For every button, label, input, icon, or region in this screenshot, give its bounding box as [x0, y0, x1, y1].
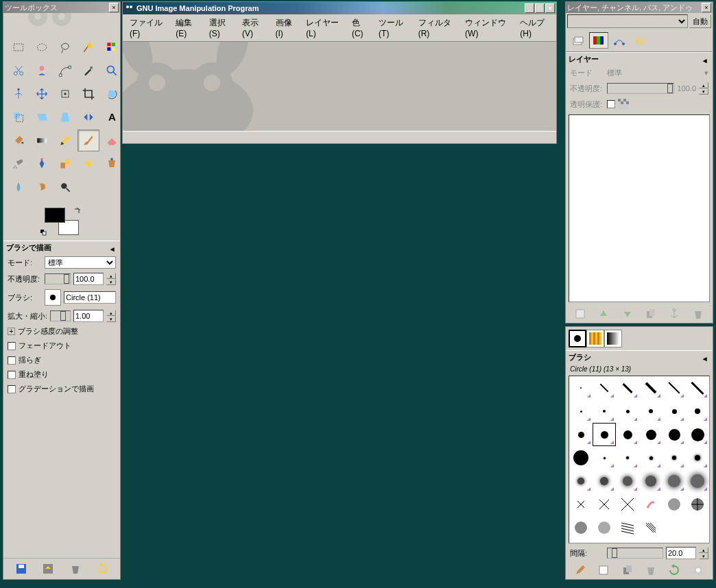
- open-brush-folder-icon[interactable]: [692, 564, 704, 576]
- brush-item[interactable]: [616, 469, 639, 493]
- lock-alpha-checkbox[interactable]: [607, 100, 615, 108]
- paths-tool[interactable]: [54, 60, 76, 82]
- brush-item[interactable]: [639, 493, 663, 516]
- delete-layer-icon[interactable]: [692, 308, 704, 320]
- brush-item[interactable]: [663, 446, 686, 469]
- brushes-menu-icon[interactable]: ◂: [703, 354, 710, 361]
- brush-item[interactable]: [639, 423, 663, 446]
- new-layer-icon[interactable]: [574, 308, 586, 320]
- layer-opacity-spinner[interactable]: ▴▾: [699, 82, 708, 95]
- fuzzy-select-tool[interactable]: [77, 36, 99, 58]
- brush-item[interactable]: [639, 376, 663, 400]
- delete-brush-icon[interactable]: [645, 564, 657, 576]
- lasso-tool[interactable]: [54, 36, 76, 58]
- undo-tab[interactable]: [630, 32, 649, 49]
- bucket-fill-tool[interactable]: [8, 130, 29, 151]
- flip-tool[interactable]: [77, 106, 99, 128]
- patterns-tab[interactable]: [586, 330, 604, 347]
- zoom-tool[interactable]: [101, 60, 123, 82]
- color-picker-tool[interactable]: [77, 60, 99, 82]
- brush-item[interactable]: [663, 400, 686, 423]
- crop-tool[interactable]: [77, 83, 99, 105]
- jitter-checkbox[interactable]: [8, 356, 16, 365]
- menu-tools[interactable]: ツール(T): [374, 16, 411, 40]
- layer-opacity-slider[interactable]: [607, 83, 674, 94]
- close-icon[interactable]: ×: [545, 3, 555, 13]
- dropdown-icon[interactable]: ▾: [704, 69, 708, 77]
- rotate-tool[interactable]: [101, 83, 123, 105]
- layer-list[interactable]: [569, 114, 710, 302]
- paths-tab[interactable]: [610, 32, 629, 49]
- brush-item[interactable]: [686, 376, 709, 400]
- brush-item[interactable]: [569, 493, 593, 516]
- brush-item[interactable]: [686, 493, 709, 516]
- rect-select-tool[interactable]: [8, 36, 29, 58]
- brush-item[interactable]: [593, 493, 616, 516]
- brush-item[interactable]: [686, 400, 709, 423]
- eraser-tool[interactable]: [101, 130, 123, 151]
- menu-layer[interactable]: レイヤー(L): [302, 16, 345, 40]
- scissors-tool[interactable]: [8, 60, 29, 82]
- shear-tool[interactable]: [31, 106, 53, 128]
- align-tool[interactable]: [54, 83, 76, 105]
- blend-tool[interactable]: [31, 130, 53, 151]
- channels-tab[interactable]: [589, 32, 608, 49]
- delete-options-icon[interactable]: [69, 563, 82, 575]
- brush-item[interactable]: [616, 400, 639, 423]
- brush-item[interactable]: [593, 469, 616, 493]
- brush-item[interactable]: [569, 423, 593, 446]
- brush-item[interactable]: [593, 446, 616, 469]
- swap-colors-icon[interactable]: [73, 208, 82, 216]
- menu-colors[interactable]: 色(C): [348, 16, 372, 40]
- foreground-select-tool[interactable]: [31, 60, 53, 82]
- brush-item[interactable]: [686, 469, 709, 493]
- menu-image[interactable]: 画像(I): [272, 16, 300, 40]
- perspective-clone-tool[interactable]: [101, 153, 123, 175]
- brushes-tab[interactable]: [569, 330, 586, 347]
- spacing-slider[interactable]: [607, 548, 663, 559]
- lower-layer-icon[interactable]: [621, 308, 634, 320]
- gradient-checkbox[interactable]: [8, 385, 16, 393]
- restore-options-icon[interactable]: [42, 563, 54, 575]
- move-tool[interactable]: [31, 83, 53, 105]
- opacity-slider[interactable]: [45, 273, 71, 284]
- layers-tab[interactable]: [569, 32, 588, 49]
- menu-filters[interactable]: フィルタ(R): [414, 16, 458, 40]
- scale-slider[interactable]: [50, 310, 71, 321]
- brush-grid[interactable]: [569, 376, 710, 543]
- scale-spinner[interactable]: ▴▾: [106, 310, 116, 322]
- brush-item[interactable]: [569, 446, 593, 469]
- options-menu-icon[interactable]: ◂: [110, 245, 117, 252]
- color-select-tool[interactable]: [101, 36, 123, 58]
- spacing-input[interactable]: [666, 547, 696, 559]
- mode-select[interactable]: 標準: [45, 256, 116, 269]
- minimize-icon[interactable]: _: [525, 3, 534, 13]
- menu-help[interactable]: ヘルプ(H): [516, 16, 553, 40]
- menu-windows[interactable]: ウィンドウ(W): [461, 16, 513, 40]
- brush-item[interactable]: [639, 516, 663, 539]
- menu-edit[interactable]: 編集(E): [171, 16, 202, 40]
- brush-item[interactable]: [686, 446, 709, 469]
- measure-tool[interactable]: [8, 83, 29, 105]
- spacing-spinner[interactable]: ▴▾: [699, 547, 708, 559]
- airbrush-tool[interactable]: [8, 153, 29, 175]
- reset-options-icon[interactable]: [96, 563, 108, 575]
- new-brush-icon[interactable]: [597, 564, 610, 576]
- ellipse-select-tool[interactable]: [31, 36, 53, 58]
- brush-item[interactable]: [616, 423, 639, 446]
- brush-item[interactable]: [569, 516, 593, 539]
- refresh-brush-icon[interactable]: [668, 564, 680, 576]
- menu-file[interactable]: ファイル(F): [126, 16, 169, 40]
- scale-input[interactable]: [73, 310, 104, 322]
- auto-button[interactable]: 自動: [689, 14, 711, 28]
- brush-item[interactable]: [663, 423, 686, 446]
- brush-item[interactable]: [616, 376, 639, 400]
- sensitivity-expand[interactable]: +: [8, 328, 15, 335]
- smudge-tool[interactable]: [31, 176, 53, 198]
- close-icon[interactable]: ×: [109, 3, 119, 12]
- pencil-tool[interactable]: [54, 130, 76, 151]
- edit-brush-icon[interactable]: [574, 564, 586, 576]
- brush-item[interactable]: [616, 493, 639, 516]
- anchor-layer-icon[interactable]: [668, 308, 680, 320]
- brush-name-input[interactable]: [64, 291, 116, 304]
